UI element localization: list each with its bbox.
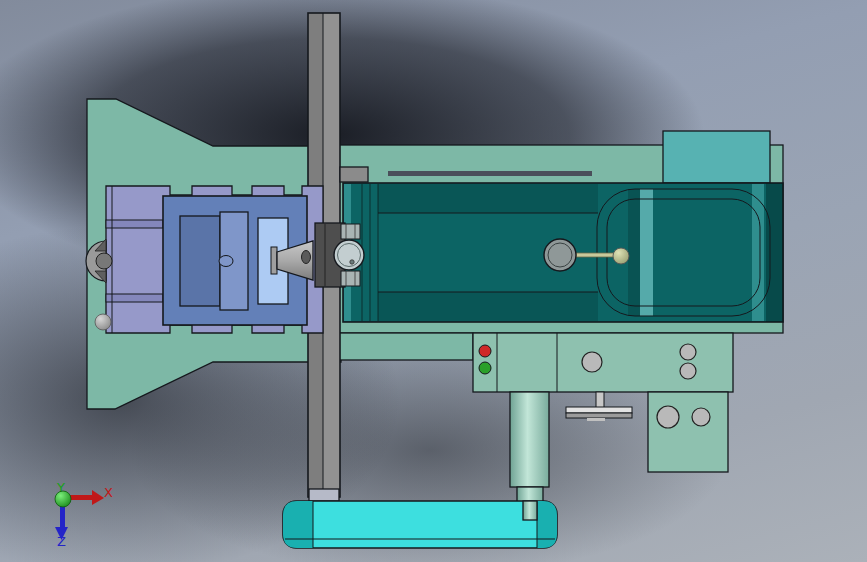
bolt-hole (582, 352, 602, 372)
feed-knob-hole (350, 260, 354, 264)
top-teal-block[interactable] (663, 131, 770, 183)
feed-knob[interactable] (334, 240, 364, 270)
z-axis-label: Z (57, 534, 66, 549)
lever-ball[interactable] (613, 248, 629, 264)
indicator-red-light[interactable] (479, 345, 491, 357)
motor-shade-top (378, 184, 598, 213)
cad-viewport: Y X Z (0, 0, 867, 562)
disc-stem (596, 392, 604, 408)
endcap-light-band (640, 189, 653, 316)
quill-tip (523, 501, 537, 520)
base-left-cap (283, 501, 313, 548)
coordinate-triad: Y X Z (55, 480, 113, 549)
motor-shade-bottom (378, 292, 598, 321)
vise-screw-boss (219, 256, 233, 267)
crank-shaft-end (96, 253, 112, 269)
column-step (340, 167, 368, 182)
vise-jaw-left[interactable] (180, 216, 220, 306)
housing-rail (388, 171, 592, 176)
column-foot (309, 489, 339, 501)
endcap-right-edge (766, 183, 783, 322)
x-axis-arrowhead (92, 490, 104, 505)
bolt-hole (680, 344, 696, 360)
clamp-nut-bottom (341, 271, 360, 286)
indicator-green-light[interactable] (479, 362, 491, 374)
bracket-left-extension[interactable] (338, 333, 473, 360)
arbor-hole (302, 251, 311, 264)
handle-knob-sphere (95, 314, 111, 330)
bracket-sub-panel[interactable] (648, 392, 728, 472)
endcap-shade (628, 189, 640, 316)
lever-hub[interactable] (544, 239, 576, 271)
base-right-cap (537, 501, 557, 548)
bolt-hole (680, 363, 696, 379)
machine-base[interactable] (283, 501, 557, 548)
clamp-nut-top (341, 224, 360, 239)
bolt-hole (657, 406, 679, 428)
hand-disc-top[interactable] (566, 407, 632, 413)
bracket-main[interactable] (473, 333, 733, 392)
table-slot (106, 220, 163, 228)
quill-assembly[interactable] (510, 392, 632, 503)
table-slot (106, 294, 163, 302)
z-axis-arrow (60, 505, 65, 527)
origin-sphere (55, 491, 71, 507)
machine-assembly: Y X Z (0, 0, 867, 562)
hand-disc-rim (566, 413, 632, 418)
arbor-tip-flange (271, 247, 277, 274)
spindle-clamp[interactable] (315, 223, 364, 287)
base-plate[interactable] (283, 501, 557, 548)
spindle-arbor[interactable] (271, 241, 313, 280)
disc-hub (587, 418, 605, 421)
quill-cylinder[interactable] (510, 392, 549, 487)
x-axis-arrow (70, 495, 92, 500)
motor-body[interactable] (343, 183, 783, 322)
lever-arm[interactable] (576, 253, 616, 257)
x-axis-label: X (104, 485, 113, 500)
bolt-hole (692, 408, 710, 426)
